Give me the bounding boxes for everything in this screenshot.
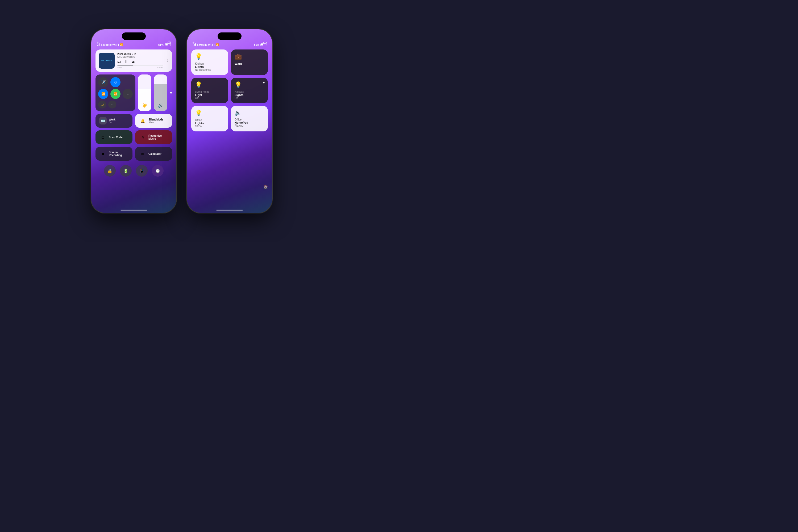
lock-icon: 🔒: [107, 168, 113, 173]
more-button[interactable]: ···: [108, 100, 116, 109]
home-bar: [120, 210, 147, 211]
more-icon: ···: [111, 103, 113, 106]
silent-title: Silent Mode: [148, 118, 163, 121]
media-controls: ⏮ ⏸ ⏭: [117, 60, 163, 64]
brightness-slider[interactable]: ☀️: [138, 75, 151, 111]
office-lights-name: Lights: [195, 121, 225, 125]
moon-icon: 🌙: [100, 103, 104, 106]
airplay-button[interactable]: ⊹: [166, 58, 169, 63]
hallway-lights-tile[interactable]: 💡 Hallway Lights Off ♥: [231, 78, 268, 103]
home-app-icon: 🏠: [263, 185, 268, 189]
office-homepod-tile[interactable]: 🔈 Office HomePod Playing: [231, 106, 268, 131]
media-player[interactable]: NFL: DAILY 2024 Week 5 R NFL Daily with …: [95, 50, 172, 72]
office-light-icon: 💡: [195, 110, 225, 116]
work-focus-tile[interactable]: 🪪 Work On: [95, 114, 132, 128]
cellular-button[interactable]: 📶: [110, 89, 120, 99]
work-tile-icon: 💼: [234, 53, 264, 60]
office-homepod-status: Playing: [234, 124, 264, 127]
recognize-music-tile[interactable]: ♫ Recognize Music: [135, 130, 172, 144]
work-text: Work On: [109, 118, 115, 124]
power-control-button[interactable]: ⏻: [167, 40, 171, 45]
action-row-1: 🪪 Work On 🔔 Silent Mode Silent: [95, 114, 172, 128]
work-tile[interactable]: 💼 Work: [231, 50, 268, 75]
hallway-tile-name: Lights: [234, 93, 264, 97]
add-control-button-2[interactable]: +: [192, 40, 194, 45]
media-progress-fill: [117, 65, 133, 66]
homepod-icon: 🔈: [234, 110, 264, 116]
heart-icon: ♥: [170, 91, 172, 95]
scan-code-tile[interactable]: ⊡ Scan Code: [95, 130, 132, 144]
power-control-button-2[interactable]: ⏻: [263, 40, 267, 45]
control-center-content: NFL: DAILY 2024 Week 5 R NFL Daily with …: [95, 50, 172, 208]
add-control-button[interactable]: +: [97, 40, 99, 45]
skip-forward-button[interactable]: ⏭: [132, 60, 135, 64]
scan-text: Scan Code: [109, 136, 122, 139]
hallway-light-icon: 💡: [234, 81, 264, 88]
media-times: 33:17 -1:20:19: [117, 67, 163, 69]
heart-area: ♥: [170, 75, 172, 111]
recognize-text: Recognize Music: [148, 134, 168, 140]
living-room-tile[interactable]: 💡 Living room Light Off: [191, 78, 228, 103]
scan-icon: ⊡: [99, 134, 107, 141]
battery-saver-button[interactable]: 🔋: [120, 165, 132, 177]
remote-button[interactable]: 📱: [136, 165, 148, 177]
kitchen-light-icon: 💡: [195, 53, 225, 60]
pause-button[interactable]: ⏸: [124, 60, 129, 64]
silent-mode-tile[interactable]: 🔔 Silent Mode Silent: [135, 114, 172, 128]
heart-icon-2: ♥: [263, 81, 265, 84]
top-controls-row-2: + ⏻: [187, 40, 272, 45]
hallway-status: Off: [234, 97, 264, 99]
screen-recording-text: Screen Recording: [109, 151, 129, 157]
office-lights-tile[interactable]: 💡 Office Lights 100%: [191, 106, 228, 131]
dynamic-island: [122, 33, 146, 40]
kitchen-tile-name: Lights: [195, 65, 225, 68]
watch-button[interactable]: ⌚: [152, 165, 164, 177]
airdrop-button[interactable]: ◎: [110, 77, 120, 87]
dynamic-island-2: [217, 33, 242, 40]
living-room-label: Living room: [195, 91, 225, 93]
action-row-3: ⏺ Screen Recording ⊞ Calculator: [95, 147, 172, 161]
silent-text: Silent Mode Silent: [148, 118, 163, 124]
skip-back-button[interactable]: ⏮: [117, 60, 121, 64]
work-tile-name: Work: [234, 62, 264, 65]
kitchen-room-label: Kitchen: [195, 62, 225, 65]
music-note-icon: ♫: [141, 135, 144, 139]
connectivity-sliders-row: ✈️ ◎ 📶 📶 ⌁: [95, 75, 172, 111]
phone-2-screen: T-Mobile Wi-Fi 📶 51% + ⏻ 💡 Kitchen: [187, 29, 272, 213]
airdrop-icon: ◎: [114, 80, 117, 84]
calculator-title: Calculator: [148, 152, 162, 155]
wifi-toggle-button[interactable]: 📶: [98, 89, 108, 99]
work-title: Work: [109, 118, 115, 121]
circle-record-icon: ⏺: [101, 152, 105, 156]
living-room-light-icon: 💡: [195, 81, 225, 88]
hallway-room-label: Hallway: [234, 91, 264, 93]
media-info: 2024 Week 5 R NFL Daily with G ⏮ ⏸ ⏭ 33:…: [117, 53, 163, 69]
calc-icon: ⊞: [139, 150, 146, 157]
screen-recording-tile[interactable]: ⏺ Screen Recording: [95, 147, 132, 161]
scan-title: Scan Code: [109, 136, 122, 139]
connectivity-tile: ✈️ ◎ 📶 📶 ⌁: [95, 75, 135, 111]
remote-icon: 📱: [139, 168, 145, 173]
record-icon: ⏺: [99, 150, 107, 157]
lock-button[interactable]: 🔒: [104, 165, 116, 177]
home-tiles-grid: 💡 Kitchen Lights No Response 💼 Work 💡 Li…: [191, 50, 268, 131]
office-homepod-room-label: Office: [234, 118, 264, 121]
focus-modes-button[interactable]: 🌙: [98, 100, 106, 109]
phone-2: T-Mobile Wi-Fi 📶 51% + ⏻ 💡 Kitchen: [187, 29, 272, 213]
battery-saver-icon: 🔋: [123, 168, 129, 173]
bluetooth-icon: ⌁: [127, 92, 129, 96]
phone-1: T-Mobile Wi-Fi 📶 51% + ⏻ NFL: DAILY: [91, 29, 176, 213]
kitchen-lights-tile[interactable]: 💡 Kitchen Lights No Response: [191, 50, 228, 75]
watch-icon: ⌚: [155, 168, 160, 173]
airplane-mode-button[interactable]: ✈️: [98, 77, 108, 87]
calculator-text: Calculator: [148, 152, 162, 155]
volume-slider[interactable]: 🔊: [154, 75, 167, 111]
media-title: 2024 Week 5 R: [117, 53, 163, 56]
bluetooth-button[interactable]: ⌁: [122, 89, 133, 99]
home-bar-2: [216, 210, 243, 211]
calculator-tile[interactable]: ⊞ Calculator: [135, 147, 172, 161]
brightness-icon: ☀️: [142, 103, 147, 108]
bottom-dock: 🔒 🔋 📱 ⌚: [95, 163, 172, 178]
top-controls-row: + ⏻: [91, 40, 176, 45]
office-lights-status: 100%: [195, 125, 225, 128]
